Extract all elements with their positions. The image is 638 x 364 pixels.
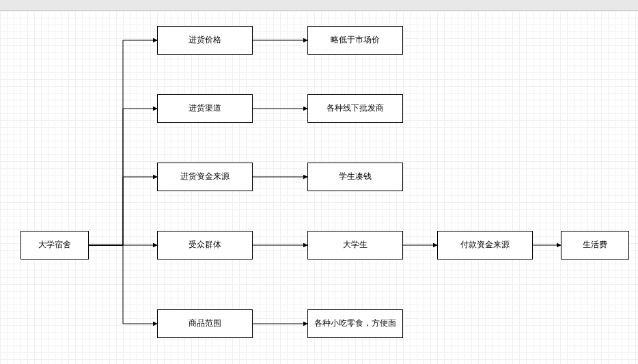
node-label: 付款资金来源 [460, 240, 510, 251]
node-label: 受众群体 [189, 240, 221, 251]
node-below-market[interactable]: 略低于市场价 [307, 26, 403, 55]
node-snacks[interactable]: 各种小吃零食，方便面 [307, 309, 403, 338]
node-living-expenses[interactable]: 生活费 [561, 231, 629, 260]
node-purchase-price[interactable]: 进货价格 [157, 26, 253, 55]
node-label: 各种线下批发商 [327, 103, 384, 114]
node-label: 大学宿舍 [38, 240, 71, 251]
node-label: 进货价格 [189, 35, 221, 46]
node-label: 略低于市场价 [331, 35, 380, 46]
node-label: 各种小吃零食，方便面 [314, 318, 396, 329]
node-offline-wholesalers[interactable]: 各种线下批发商 [307, 94, 403, 123]
diagram-canvas[interactable]: 大学宿舍 进货价格 略低于市场价 进货渠道 各种线下批发商 进货资金来源 学生凑… [0, 11, 638, 364]
toolbar [0, 0, 638, 11]
node-payment-source[interactable]: 付款资金来源 [437, 231, 533, 260]
node-label: 学生凑钱 [339, 171, 372, 182]
node-label: 商品范围 [189, 318, 221, 329]
node-college-students[interactable]: 大学生 [307, 231, 403, 260]
node-product-range[interactable]: 商品范围 [157, 309, 253, 338]
node-label: 生活费 [583, 240, 607, 251]
node-root[interactable]: 大学宿舍 [20, 231, 89, 260]
node-student-pooling[interactable]: 学生凑钱 [307, 163, 403, 191]
node-purchase-channel[interactable]: 进货渠道 [157, 94, 253, 123]
node-funding-source[interactable]: 进货资金来源 [157, 163, 253, 191]
node-label: 大学生 [343, 240, 367, 251]
node-audience[interactable]: 受众群体 [157, 231, 253, 260]
node-label: 进货渠道 [189, 103, 221, 114]
node-label: 进货资金来源 [180, 171, 230, 182]
